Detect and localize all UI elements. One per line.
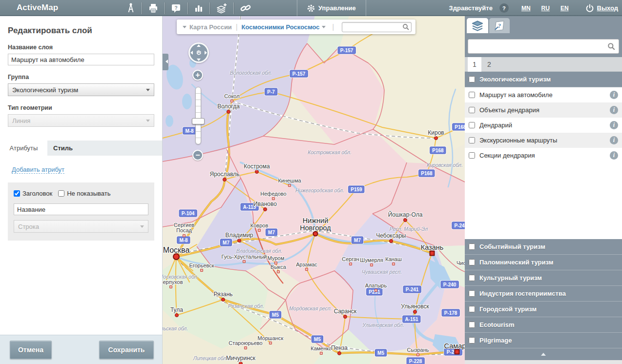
group-header[interactable]: Индустрия гостеприимства xyxy=(465,286,622,302)
zoom-in-button[interactable]: + xyxy=(192,70,203,81)
layer-source-selector[interactable]: Космоснимки Роскосмос xyxy=(242,23,320,31)
group-visibility-checkbox[interactable] xyxy=(469,322,475,328)
lang-mn[interactable]: MN xyxy=(521,5,531,12)
save-button[interactable]: Сохранить xyxy=(99,341,154,359)
pan-control[interactable] xyxy=(188,42,209,63)
layer-row[interactable]: Маршрут на автомобилеi xyxy=(465,87,622,102)
print-icon[interactable] xyxy=(142,0,165,16)
pan-up-icon[interactable] xyxy=(197,44,201,47)
city-label: Сергиев Посад xyxy=(166,222,202,234)
lang-ru[interactable]: RU xyxy=(541,5,550,12)
layer-row[interactable]: Экскурсионные маршрутыi xyxy=(465,133,622,148)
city-label: Тула xyxy=(170,306,183,313)
tab-style[interactable]: Стиль xyxy=(47,141,79,156)
tab-attributes[interactable]: Атрибуты xyxy=(0,141,47,156)
layers-icon xyxy=(471,20,484,32)
group-visibility-checkbox[interactable] xyxy=(469,306,475,312)
chevron-down-icon[interactable] xyxy=(322,26,326,30)
group-visibility-checkbox[interactable] xyxy=(469,275,475,281)
search-icon[interactable] xyxy=(607,42,616,51)
pan-left-icon[interactable] xyxy=(190,51,193,55)
layer-info-icon[interactable]: i xyxy=(610,136,618,144)
zoom-out-button[interactable]: − xyxy=(192,150,203,161)
page-2[interactable]: 2 xyxy=(482,57,496,72)
group-visibility-checkbox[interactable] xyxy=(469,243,475,250)
tab-legend-help[interactable]: ? xyxy=(489,18,510,33)
group-name: Паломнический туризм xyxy=(479,259,553,266)
group-visibility-checkbox[interactable] xyxy=(469,290,475,297)
city-dot xyxy=(374,289,377,292)
map-search-input[interactable] xyxy=(342,22,412,32)
zoom-slider[interactable] xyxy=(195,87,201,144)
group-header[interactable]: Паломнический туризм xyxy=(465,255,622,270)
lang-en[interactable]: EN xyxy=(560,5,569,12)
group-header[interactable]: Культурный туризм xyxy=(465,270,622,286)
layer-visibility-checkbox[interactable] xyxy=(469,107,475,113)
search-icon[interactable] xyxy=(402,23,410,31)
cancel-button[interactable]: Отмена xyxy=(10,341,52,359)
tab-layers[interactable] xyxy=(467,18,488,33)
page-1[interactable]: 1 xyxy=(468,57,481,72)
logout-button[interactable]: Выход xyxy=(585,4,618,13)
city-label: Казань xyxy=(421,243,444,251)
chevron-down-icon[interactable] xyxy=(183,26,187,30)
layers-search-input[interactable] xyxy=(468,39,619,54)
link-icon[interactable] xyxy=(234,0,257,16)
layer-row[interactable]: Объекты дендрарияi xyxy=(465,102,622,118)
title-checkbox-label: Заголовок xyxy=(22,190,52,197)
road-badge: Р159 xyxy=(348,186,364,193)
group-visibility-checkbox[interactable] xyxy=(469,259,475,265)
layers-panel: ? 1 2 Экологический туризм Маршрут на ав… xyxy=(465,16,622,364)
layer-info-icon[interactable]: i xyxy=(610,121,618,129)
road-badge: Р-240 xyxy=(441,281,459,288)
hide-checkbox[interactable] xyxy=(58,190,64,197)
management-button[interactable]: Управление xyxy=(297,0,366,16)
bar-chart-icon[interactable] xyxy=(188,0,209,16)
layer-visibility-checkbox[interactable] xyxy=(469,152,475,159)
layer-visibility-checkbox[interactable] xyxy=(469,122,475,128)
region-label: Чувашская респ. xyxy=(362,269,402,275)
measure-tool-icon[interactable] xyxy=(120,0,142,16)
help-badge[interactable]: ? xyxy=(499,3,509,13)
zoom-slider-handle[interactable] xyxy=(192,118,205,124)
group-visibility-checkbox[interactable] xyxy=(469,76,475,82)
layer-name-input[interactable] xyxy=(8,54,154,65)
layer-info-icon[interactable]: i xyxy=(610,106,618,114)
title-checkbox[interactable] xyxy=(14,190,20,197)
layer-info-icon[interactable]: i xyxy=(610,151,618,160)
group-header[interactable]: Pilgrimage xyxy=(465,333,622,348)
city-dot xyxy=(288,184,291,187)
collapse-groups-button[interactable] xyxy=(465,348,622,360)
gear-icon xyxy=(307,4,315,12)
city-label: Ульяновск xyxy=(401,303,429,310)
collapse-left-panel-button[interactable] xyxy=(163,54,168,70)
layer-visibility-checkbox[interactable] xyxy=(469,137,475,143)
group-header[interactable]: Городской туризм xyxy=(465,302,622,317)
layer-visibility-checkbox[interactable] xyxy=(469,92,475,98)
pan-down-icon[interactable] xyxy=(197,59,201,61)
help-bubble-icon[interactable]: ? xyxy=(165,0,187,16)
group-header[interactable]: Ecotourism xyxy=(465,317,622,333)
panel-title: Редактировать слой xyxy=(8,26,154,36)
city-label: Рязань xyxy=(213,291,232,298)
base-map-selector[interactable]: Карта России xyxy=(189,23,232,31)
group-header[interactable]: Событийный туризм xyxy=(465,239,622,255)
group-header-expanded[interactable]: Экологический туризм xyxy=(465,72,622,87)
layer-info-icon[interactable]: i xyxy=(610,91,618,99)
layer-row[interactable]: Секции дендрарияi xyxy=(465,148,622,163)
layer-row[interactable]: Дендрарийi xyxy=(465,118,622,133)
svg-text:?: ? xyxy=(174,5,177,10)
city-dot xyxy=(272,197,275,200)
pan-right-icon[interactable] xyxy=(205,51,207,55)
add-attribute-link[interactable]: Добавить атрибут xyxy=(12,166,64,174)
road-badge: М7 xyxy=(220,239,232,246)
group-select[interactable]: Экологический туризм xyxy=(8,83,154,96)
city-dot xyxy=(416,353,419,356)
add-layer-icon[interactable] xyxy=(210,0,233,16)
map-canvas[interactable]: СоколВологдаКировКостромаЯрославльКинешм… xyxy=(163,16,465,364)
city-dot xyxy=(349,263,352,265)
group-label: Группа xyxy=(8,74,154,81)
group-visibility-checkbox[interactable] xyxy=(469,337,475,344)
city-dot xyxy=(403,218,407,222)
attribute-name-input[interactable] xyxy=(14,203,148,215)
